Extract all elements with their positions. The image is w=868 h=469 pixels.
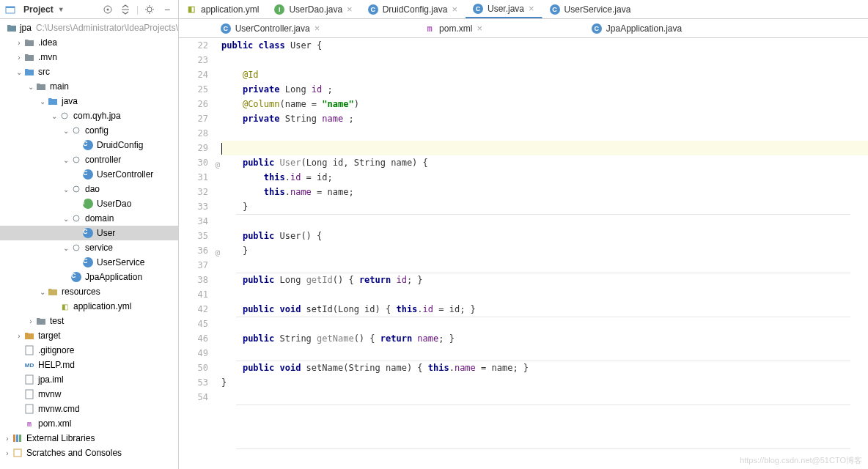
tree-item--idea[interactable]: ›.idea bbox=[0, 35, 178, 50]
code-line[interactable]: public class User { bbox=[221, 38, 868, 53]
project-title[interactable]: Project bbox=[23, 4, 54, 15]
tab-userdao-java[interactable]: IUserDao.java× bbox=[267, 0, 360, 18]
code-line[interactable]: } bbox=[221, 375, 868, 390]
caret-icon[interactable]: ⌄ bbox=[50, 112, 59, 120]
tree-item-java[interactable]: ⌄java bbox=[0, 94, 178, 108]
tree-item--mvn[interactable]: ›.mvn bbox=[0, 50, 178, 64]
tab-usercontroller-java[interactable]: CUserController.java× bbox=[179, 19, 362, 37]
close-icon[interactable]: × bbox=[477, 23, 482, 34]
tree-item-src[interactable]: ⌄src bbox=[0, 64, 178, 79]
tab-userservice-java[interactable]: CUserService.java bbox=[542, 0, 639, 18]
code-line[interactable]: public User(Long id, String name) { bbox=[221, 155, 868, 170]
code-line[interactable]: public User() { bbox=[221, 229, 868, 243]
tab-label: pom.xml bbox=[439, 23, 472, 34]
caret-icon[interactable]: ⌄ bbox=[38, 288, 47, 296]
code-line[interactable]: this.name = name; bbox=[221, 185, 868, 199]
collapse-icon[interactable] bbox=[119, 3, 132, 16]
tree-item-application-yml[interactable]: ◧application.yml bbox=[0, 299, 178, 314]
tree-item-usercontroller[interactable]: CUserController bbox=[0, 167, 178, 182]
caret-icon[interactable]: › bbox=[3, 449, 12, 457]
code-line[interactable]: public Long getId() { return id; } bbox=[221, 273, 868, 287]
code-line[interactable]: private Long id ; bbox=[221, 82, 868, 97]
tab-pom-xml[interactable]: mpom.xml× bbox=[362, 19, 545, 37]
tab-user-java[interactable]: CUser.java× bbox=[466, 0, 542, 18]
code-line[interactable] bbox=[221, 317, 868, 331]
tab-application-yml[interactable]: ◧application.yml bbox=[179, 0, 267, 18]
gutter-mark-icon[interactable]: @ bbox=[215, 158, 220, 172]
caret-icon[interactable]: ⌄ bbox=[62, 185, 70, 193]
tree-item-service[interactable]: ⌄service bbox=[0, 240, 178, 255]
tree-item-dao[interactable]: ⌄dao bbox=[0, 182, 178, 196]
tree-item-config[interactable]: ⌄config bbox=[0, 123, 178, 138]
caret-icon[interactable]: › bbox=[15, 332, 23, 340]
tree-item-controller[interactable]: ⌄controller bbox=[0, 152, 178, 167]
tree-item-domain[interactable]: ⌄domain bbox=[0, 211, 178, 226]
tree-item-userservice[interactable]: CUserService bbox=[0, 255, 178, 270]
code-line[interactable] bbox=[221, 141, 868, 155]
code-line[interactable]: public void setName(String name) { this.… bbox=[221, 361, 868, 375]
code-line[interactable] bbox=[221, 214, 868, 229]
tree-item-help-md[interactable]: MDHELP.md bbox=[0, 358, 178, 372]
caret-icon[interactable]: › bbox=[26, 317, 35, 325]
gear-icon[interactable] bbox=[143, 3, 156, 16]
tree-item--gitignore[interactable]: .gitignore bbox=[0, 343, 178, 358]
tree-item-druidconfig[interactable]: CDruidConfig bbox=[0, 138, 178, 152]
code-line[interactable] bbox=[221, 258, 868, 273]
code-line[interactable] bbox=[221, 287, 868, 302]
tree-item-resources[interactable]: ⌄resources bbox=[0, 284, 178, 299]
tree-item-external-libraries[interactable]: ›External Libraries bbox=[0, 431, 178, 446]
code-line[interactable] bbox=[221, 126, 868, 141]
tree-item-test[interactable]: ›test bbox=[0, 314, 178, 328]
tab-jpaapplication-java[interactable]: CJpaApplication.java bbox=[545, 19, 729, 37]
tree-label: jpa.iml bbox=[38, 374, 64, 385]
tree-item-mvnw[interactable]: mvnw bbox=[0, 387, 178, 402]
tree-item-scratches-and-consoles[interactable]: ›Scratches and Consoles bbox=[0, 446, 178, 460]
code-editor[interactable]: 2223242526272829@3031323334@353637384142… bbox=[179, 38, 868, 469]
tree-item-jpa-iml[interactable]: jpa.iml bbox=[0, 372, 178, 387]
caret-icon[interactable]: ⌄ bbox=[26, 83, 35, 91]
tree-item-com-qyh-jpa[interactable]: ⌄com.qyh.jpa bbox=[0, 108, 178, 123]
close-icon[interactable]: × bbox=[315, 23, 320, 34]
tree-item-user[interactable]: CUser bbox=[0, 226, 178, 240]
caret-icon[interactable]: ⌄ bbox=[38, 97, 47, 106]
tree-item-jpa[interactable]: jpaC:\Users\Administrator\IdeaProjects\ bbox=[0, 21, 178, 35]
caret-icon[interactable]: ⌄ bbox=[62, 156, 70, 164]
close-icon[interactable]: × bbox=[529, 3, 534, 14]
caret-icon[interactable]: ⌄ bbox=[62, 127, 70, 135]
tree-item-pom-xml[interactable]: mpom.xml bbox=[0, 416, 178, 431]
caret-icon[interactable]: ⌄ bbox=[62, 244, 70, 252]
code-line[interactable]: } bbox=[221, 243, 868, 258]
tree-item-jpaapplication[interactable]: CJpaApplication bbox=[0, 270, 178, 284]
hide-icon[interactable]: − bbox=[161, 3, 174, 16]
code-line[interactable]: public void setId(Long id) { this.id = i… bbox=[221, 302, 868, 317]
tree-item-userdao[interactable]: IUserDao bbox=[0, 196, 178, 211]
tab-druidconfig-java[interactable]: CDruidConfig.java× bbox=[361, 0, 466, 18]
gutter-mark-icon[interactable]: @ bbox=[215, 245, 220, 260]
caret-icon[interactable]: › bbox=[15, 53, 23, 62]
tree-label: User bbox=[97, 228, 115, 238]
tree-item-main[interactable]: ⌄main bbox=[0, 79, 178, 94]
code-body[interactable]: public class User { @Id private Long id … bbox=[221, 38, 868, 469]
target-icon[interactable] bbox=[101, 3, 114, 16]
caret-icon[interactable]: › bbox=[15, 39, 23, 47]
caret-icon[interactable]: ⌄ bbox=[62, 215, 70, 223]
tree-label: service bbox=[85, 243, 113, 253]
tree-item-mvnw-cmd[interactable]: mvnw.cmd bbox=[0, 402, 178, 416]
project-tree[interactable]: jpaC:\Users\Administrator\IdeaProjects\›… bbox=[0, 19, 178, 469]
svg-rect-19 bbox=[14, 449, 21, 457]
code-line[interactable]: private String name ; bbox=[221, 111, 868, 126]
code-line[interactable] bbox=[221, 390, 868, 405]
tree-item-target[interactable]: ›target bbox=[0, 328, 178, 343]
code-line[interactable]: @Id bbox=[221, 67, 868, 82]
code-line[interactable] bbox=[221, 53, 868, 67]
close-icon[interactable]: × bbox=[452, 4, 457, 15]
caret-icon[interactable]: ⌄ bbox=[15, 68, 23, 76]
code-line[interactable]: this.id = id; bbox=[221, 170, 868, 185]
code-line[interactable] bbox=[221, 346, 868, 361]
caret-icon[interactable]: › bbox=[3, 435, 12, 443]
code-line[interactable]: } bbox=[221, 199, 868, 214]
close-icon[interactable]: × bbox=[347, 4, 353, 15]
code-line[interactable]: @Column(name = "name") bbox=[221, 97, 868, 111]
code-line[interactable]: public String getName() { return name; } bbox=[221, 331, 868, 346]
dropdown-icon[interactable]: ▼ bbox=[58, 6, 65, 13]
